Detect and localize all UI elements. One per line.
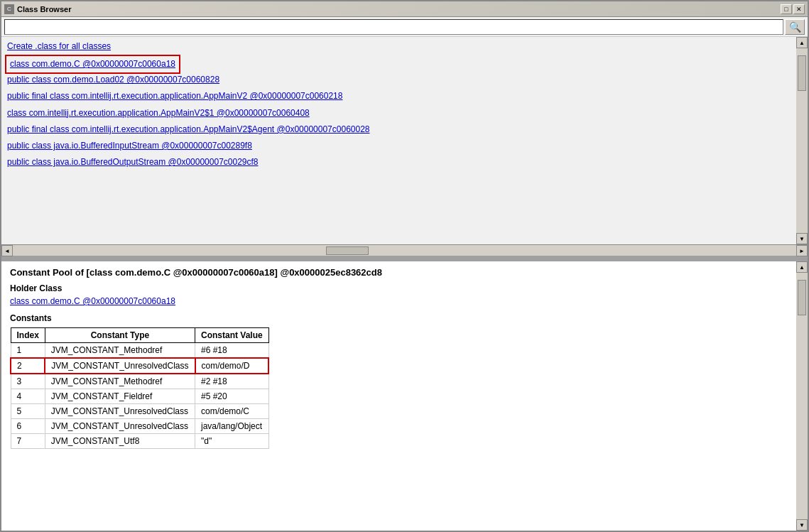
table-row[interactable]: 4JVM_CONSTANT_Fieldref#5 #20 (11, 389, 268, 404)
window-icon: C (4, 4, 14, 14)
table-cell-index: 2 (11, 358, 45, 374)
holder-class-label: Holder Class (10, 283, 788, 293)
bottom-scroll-track (796, 273, 808, 519)
scroll-thumb[interactable] (798, 55, 806, 91)
col-type: Constant Type (45, 328, 195, 343)
table-cell-value: "d" (195, 434, 269, 449)
bottom-inner: Constant Pool of [class com.demo.C @0x00… (1, 261, 808, 531)
class-browser-window: C Class Browser □ ✕ 🔍 Create .class for … (0, 0, 809, 532)
table-cell-type: JVM_CONSTANT_Methodref (45, 343, 195, 359)
create-class-link[interactable]: Create .class for all classes (7, 41, 791, 51)
table-cell-index: 5 (11, 404, 45, 419)
window-content: 🔍 Create .class for all classes class co… (1, 17, 808, 531)
table-cell-type: JVM_CONSTANT_Utf8 (45, 434, 195, 449)
table-cell-type: JVM_CONSTANT_UnresolvedClass (45, 404, 195, 419)
table-cell-value: com/demo/C (195, 404, 269, 419)
constant-pool-title: Constant Pool of [class com.demo.C @0x00… (10, 267, 788, 278)
table-row[interactable]: 5JVM_CONSTANT_UnresolvedClasscom/demo/C (11, 404, 268, 419)
table-cell-type: JVM_CONSTANT_Fieldref (45, 389, 195, 404)
class-item[interactable]: class com.intellij.rt.execution.applicat… (7, 105, 791, 121)
table-header-row: Index Constant Type Constant Value (11, 328, 268, 343)
h-scroll-thumb[interactable] (326, 246, 369, 255)
scroll-track (796, 48, 808, 233)
table-cell-index: 7 (11, 434, 45, 449)
table-row[interactable]: 6JVM_CONSTANT_UnresolvedClassjava/lang/O… (11, 419, 268, 434)
class-item[interactable]: class com.demo.C @0x00000007c0060a18 (7, 57, 178, 72)
table-cell-index: 1 (11, 343, 45, 359)
table-row[interactable]: 1JVM_CONSTANT_Methodref#6 #18 (11, 343, 268, 359)
scroll-left-btn[interactable]: ◄ (1, 245, 13, 256)
search-input[interactable] (4, 19, 783, 35)
bottom-scroll-content: Constant Pool of [class com.demo.C @0x00… (1, 261, 796, 531)
top-scrollbar-horizontal[interactable]: ◄ ► (1, 244, 808, 256)
table-cell-value: java/lang/Object (195, 419, 269, 434)
table-cell-value: #5 #20 (195, 389, 269, 404)
title-bar: C Class Browser □ ✕ (1, 1, 808, 17)
class-list-scroll: Create .class for all classes class com.… (1, 37, 796, 244)
bottom-scroll-down-btn[interactable]: ▼ (796, 519, 808, 531)
table-cell-value: com/demo/D (195, 358, 269, 374)
table-cell-type: JVM_CONSTANT_Methodref (45, 374, 195, 389)
search-bar: 🔍 (1, 17, 808, 37)
class-item[interactable]: public final class com.intellij.rt.execu… (7, 88, 791, 104)
minimize-button[interactable]: □ (781, 4, 792, 14)
class-item[interactable]: public class java.io.BufferedInputStream… (7, 138, 791, 154)
top-panel: 🔍 Create .class for all classes class co… (1, 17, 808, 259)
title-bar-left: C Class Browser (4, 4, 71, 14)
table-cell-value: #6 #18 (195, 343, 269, 359)
scroll-down-btn[interactable]: ▼ (796, 233, 808, 244)
bottom-scroll-thumb[interactable] (798, 280, 806, 315)
table-row[interactable]: 7JVM_CONSTANT_Utf8"d" (11, 434, 268, 449)
h-scroll-track (13, 245, 796, 256)
scroll-right-btn[interactable]: ► (796, 245, 808, 256)
bottom-scroll-up-btn[interactable]: ▲ (796, 261, 808, 273)
constants-table: Index Constant Type Constant Value 1JVM_… (10, 327, 269, 449)
class-item[interactable]: public final class com.intellij.rt.execu… (7, 121, 791, 138)
window-title: Class Browser (17, 5, 71, 13)
scroll-up-btn[interactable]: ▲ (796, 37, 808, 48)
bottom-panel: Constant Pool of [class com.demo.C @0x00… (1, 261, 808, 531)
close-button[interactable]: ✕ (793, 4, 805, 14)
holder-class-link[interactable]: class com.demo.C @0x00000007c0060a18 (10, 296, 788, 306)
table-cell-value: #2 #18 (195, 374, 269, 389)
constants-label: Constants (10, 313, 788, 323)
class-item[interactable]: public class java.io.BufferedOutputStrea… (7, 154, 791, 170)
bottom-scrollbar-vertical[interactable]: ▲ ▼ (796, 261, 808, 531)
table-cell-index: 4 (11, 389, 45, 404)
table-cell-type: JVM_CONSTANT_UnresolvedClass (45, 419, 195, 434)
table-row[interactable]: 2JVM_CONSTANT_UnresolvedClasscom/demo/D (11, 358, 268, 374)
col-value: Constant Value (195, 328, 269, 343)
top-scrollbar-vertical[interactable]: ▲ ▼ (796, 37, 808, 244)
class-list-container: Create .class for all classes class com.… (1, 37, 808, 244)
class-list: class com.demo.C @0x00000007c0060a18publ… (7, 57, 791, 170)
table-cell-index: 3 (11, 374, 45, 389)
class-item[interactable]: public class com.demo.Load02 @0x00000007… (7, 72, 791, 88)
search-button[interactable]: 🔍 (785, 19, 805, 35)
table-cell-index: 6 (11, 419, 45, 434)
constants-tbody: 1JVM_CONSTANT_Methodref#6 #182JVM_CONSTA… (11, 343, 268, 449)
title-bar-buttons: □ ✕ (781, 4, 805, 14)
table-cell-type: JVM_CONSTANT_UnresolvedClass (45, 358, 195, 374)
col-index: Index (11, 328, 45, 343)
table-row[interactable]: 3JVM_CONSTANT_Methodref#2 #18 (11, 374, 268, 389)
